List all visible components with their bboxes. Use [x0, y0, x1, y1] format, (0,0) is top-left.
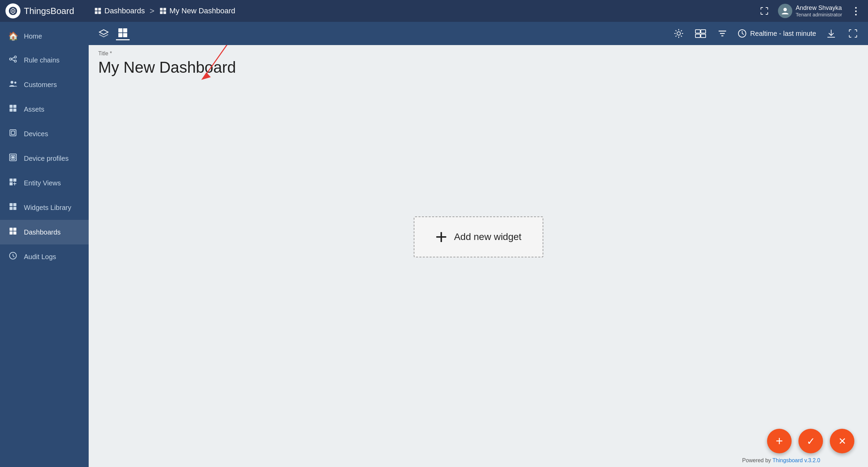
- svg-rect-7: [160, 11, 163, 14]
- svg-rect-50: [695, 34, 700, 38]
- breadcrumb-current-item: My New Dashboard: [159, 6, 235, 15]
- sidebar-item-audit-logs[interactable]: Audit Logs: [0, 244, 89, 269]
- audit-logs-icon: [8, 251, 18, 262]
- download-button[interactable]: [824, 27, 838, 40]
- dashboards-icon: [8, 227, 18, 238]
- filters-button[interactable]: [716, 27, 729, 40]
- svg-rect-3: [95, 11, 98, 14]
- sidebar-item-devices[interactable]: Devices: [0, 122, 89, 146]
- svg-point-12: [14, 60, 16, 62]
- header-right: Andrew Shvayka Tenant administrator ⋮: [757, 4, 863, 18]
- timeframe-selector[interactable]: Realtime - last minute: [737, 29, 816, 38]
- svg-line-14: [12, 59, 14, 61]
- layers-view-button[interactable]: [97, 27, 111, 40]
- footer: Powered by Thingsboard v.3.2.0: [742, 457, 820, 464]
- settings-button[interactable]: [672, 27, 686, 40]
- sidebar-item-assets[interactable]: Assets: [0, 97, 89, 122]
- svg-point-47: [677, 32, 680, 35]
- svg-rect-34: [13, 207, 16, 210]
- svg-rect-32: [13, 203, 16, 206]
- svg-point-15: [11, 81, 13, 84]
- svg-rect-8: [163, 11, 166, 14]
- breadcrumb-parent-label: Dashboards: [104, 6, 145, 15]
- svg-rect-6: [163, 8, 166, 11]
- svg-rect-43: [118, 28, 122, 32]
- breadcrumb-dashboards[interactable]: Dashboards: [94, 6, 145, 15]
- svg-rect-18: [13, 105, 16, 108]
- svg-marker-42: [99, 30, 108, 34]
- svg-rect-4: [98, 11, 101, 14]
- svg-line-57: [742, 33, 744, 34]
- sidebar-item-label-assets: Assets: [24, 105, 44, 113]
- sidebar-item-widgets-library[interactable]: Widgets Library: [0, 195, 89, 220]
- sidebar-item-entity-views[interactable]: Entity Views: [0, 171, 89, 195]
- svg-rect-33: [10, 207, 13, 210]
- fullscreen-button[interactable]: [757, 4, 771, 18]
- device-profiles-icon: [8, 153, 18, 164]
- expand-button[interactable]: [846, 27, 860, 40]
- sidebar-item-label-rule-chains: Rule chains: [24, 56, 60, 64]
- sub-header-left: [97, 27, 130, 40]
- dashboard-title-area: Title * My New Dashboard: [89, 45, 868, 80]
- assets-icon: [8, 104, 18, 115]
- svg-rect-1: [95, 8, 98, 11]
- sidebar-item-label-dashboards: Dashboards: [24, 228, 61, 236]
- sidebar-item-label-entity-views: Entity Views: [24, 179, 61, 187]
- devices-icon: [8, 128, 18, 139]
- svg-rect-35: [10, 228, 13, 231]
- svg-point-10: [10, 58, 12, 60]
- sidebar-item-home[interactable]: 🏠 Home: [0, 25, 89, 48]
- fab-discard-button[interactable]: ✕: [830, 429, 854, 453]
- svg-rect-2: [98, 8, 101, 11]
- logo-area: ThingsBoard: [5, 3, 94, 18]
- svg-rect-26: [10, 179, 13, 182]
- svg-rect-37: [10, 231, 13, 235]
- svg-rect-31: [10, 203, 13, 206]
- fab-add-icon: +: [776, 434, 783, 448]
- more-menu-button[interactable]: ⋮: [849, 4, 863, 18]
- entity-views-icon: [8, 178, 18, 188]
- fab-area: + ✓ ✕: [767, 429, 854, 453]
- add-widget-button[interactable]: + Add new widget: [414, 216, 543, 257]
- svg-rect-21: [10, 130, 16, 136]
- manage-states-button[interactable]: [694, 27, 707, 40]
- sidebar-item-label-devices: Devices: [24, 130, 48, 138]
- dashboard-canvas: + Add new widget: [89, 80, 868, 353]
- svg-rect-36: [13, 228, 16, 231]
- svg-line-41: [13, 256, 14, 257]
- user-area[interactable]: Andrew Shvayka Tenant administrator: [778, 4, 842, 18]
- svg-rect-17: [10, 105, 13, 108]
- breadcrumb-current-label: My New Dashboard: [170, 6, 235, 15]
- user-avatar: [778, 4, 792, 18]
- svg-rect-19: [10, 109, 13, 112]
- svg-line-13: [12, 57, 14, 59]
- svg-rect-45: [118, 33, 122, 37]
- sidebar: 🏠 Home Rule chains Customers: [0, 22, 89, 467]
- svg-point-9: [783, 8, 787, 11]
- sidebar-item-dashboards[interactable]: Dashboards: [0, 220, 89, 244]
- logo-icon: [5, 3, 20, 18]
- svg-rect-51: [701, 34, 706, 38]
- svg-rect-46: [123, 33, 127, 37]
- sidebar-item-label-customers: Customers: [24, 81, 57, 89]
- fab-add-button[interactable]: +: [767, 429, 792, 453]
- breadcrumb: Dashboards > My New Dashboard: [94, 6, 757, 16]
- svg-rect-44: [123, 28, 127, 32]
- footer-link[interactable]: Thingsboard v.3.2.0: [773, 457, 820, 463]
- svg-rect-27: [13, 179, 16, 182]
- svg-rect-22: [11, 131, 15, 135]
- sidebar-item-rule-chains[interactable]: Rule chains: [0, 48, 89, 72]
- breadcrumb-separator: >: [150, 6, 155, 16]
- grid-view-button[interactable]: [116, 27, 130, 40]
- sidebar-item-device-profiles[interactable]: Device profiles: [0, 146, 89, 171]
- main-content: Title * My New Dashboard + Add new widge…: [89, 45, 868, 467]
- sub-header-toolbar: Realtime - last minute: [89, 22, 868, 45]
- fab-check-icon: ✓: [807, 435, 815, 447]
- widgets-library-icon: [8, 202, 18, 213]
- rule-chains-icon: [8, 55, 18, 66]
- top-header: ThingsBoard Dashboards > My New Dashboar…: [0, 0, 868, 22]
- home-icon: 🏠: [8, 31, 18, 41]
- sidebar-item-customers[interactable]: Customers: [0, 72, 89, 97]
- more-vert-icon: ⋮: [851, 5, 860, 17]
- fab-save-button[interactable]: ✓: [798, 429, 823, 453]
